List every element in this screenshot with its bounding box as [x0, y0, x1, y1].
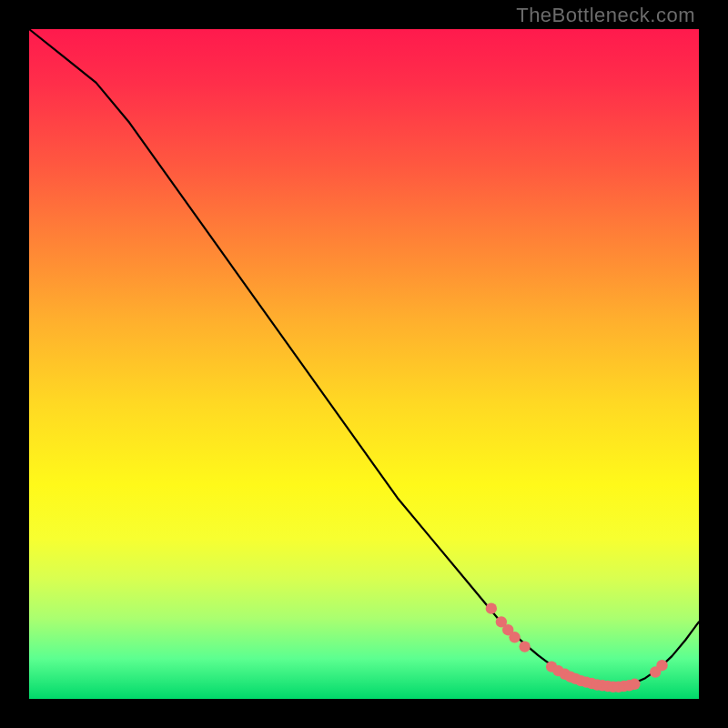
attribution-text: TheBottleneck.com [516, 4, 695, 27]
chart-canvas: TheBottleneck.com [0, 0, 728, 728]
bottleneck-curve [29, 29, 699, 687]
plot-area [29, 29, 699, 699]
marker-dot [509, 632, 520, 642]
marker-dot [629, 679, 640, 690]
marker-dots [486, 602, 668, 693]
marker-dot [486, 602, 497, 613]
marker-dot [519, 641, 530, 652]
chart-svg [29, 29, 699, 699]
marker-dot [656, 660, 667, 671]
